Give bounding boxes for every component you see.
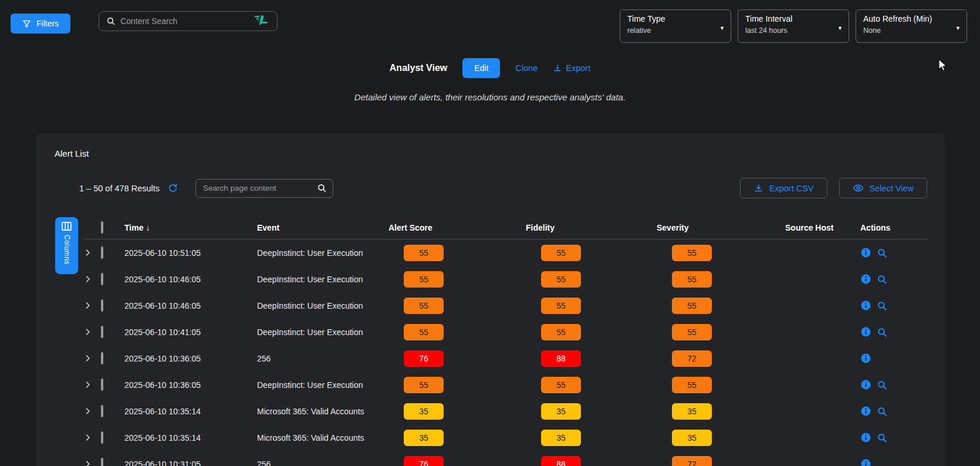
- row-actions: [860, 273, 927, 285]
- row-actions: [860, 379, 927, 390]
- select-all-checkbox[interactable]: [101, 221, 103, 234]
- refresh-button[interactable]: [168, 183, 178, 193]
- time-cell: 2025-06-10 10:51:05: [124, 248, 257, 258]
- alert-score-badge: 55: [404, 324, 444, 340]
- column-header-time[interactable]: Time ↓: [124, 223, 257, 232]
- row-checkbox[interactable]: [101, 246, 103, 259]
- search-action-icon[interactable]: [877, 274, 887, 285]
- export-csv-label: Export CSV: [769, 184, 814, 193]
- table-row: 2025-06-10 10:46:05 DeepInstinct: User E…: [83, 292, 927, 319]
- info-action-icon[interactable]: [860, 379, 871, 390]
- table-controls-row: 1 – 50 of 478 Results Export CSV: [53, 178, 927, 198]
- table-row: 2025-06-10 10:31:05 256 76 88 72: [83, 451, 927, 466]
- download-icon: [753, 183, 763, 193]
- event-cell: Microsoft 365: Valid Accounts: [257, 433, 388, 443]
- info-action-icon[interactable]: [860, 273, 871, 285]
- export-csv-button[interactable]: Export CSV: [740, 178, 827, 198]
- table-header-row: Time ↓ Event Alert Score Fidelity Severi…: [83, 216, 927, 239]
- auto-refresh-value: None: [863, 26, 961, 35]
- row-checkbox[interactable]: [101, 299, 103, 312]
- expand-row-chevron-icon[interactable]: [83, 407, 101, 416]
- page-search-box[interactable]: [195, 179, 333, 198]
- row-checkbox[interactable]: [101, 352, 103, 364]
- expand-row-chevron-icon[interactable]: [83, 248, 101, 257]
- row-actions: [860, 458, 927, 466]
- row-checkbox[interactable]: [101, 326, 103, 338]
- time-type-dropdown[interactable]: Time Type relative ▼: [620, 9, 731, 43]
- fidelity-badge: 55: [541, 245, 581, 261]
- content-search-input[interactable]: [120, 16, 249, 26]
- severity-badge: 72: [672, 456, 712, 466]
- expand-row-chevron-icon[interactable]: [83, 327, 101, 336]
- view-title: Analyst View: [390, 63, 447, 73]
- columns-tab[interactable]: Columns: [55, 217, 78, 274]
- sort-descending-icon[interactable]: ↓: [146, 223, 150, 232]
- row-checkbox[interactable]: [101, 273, 103, 285]
- auto-refresh-dropdown[interactable]: Auto Refresh (Min) None ▼: [856, 9, 967, 43]
- search-icon[interactable]: [317, 183, 327, 193]
- row-checkbox[interactable]: [101, 431, 103, 444]
- expand-row-chevron-icon[interactable]: [83, 380, 101, 389]
- event-cell: DeepInstinct: User Execution: [257, 275, 388, 284]
- time-cell: 2025-06-10 10:35:14: [124, 407, 257, 416]
- time-cell: 2025-06-10 10:46:05: [124, 275, 257, 284]
- export-view-link[interactable]: Export: [553, 63, 590, 73]
- event-cell: DeepInstinct: User Execution: [257, 327, 388, 337]
- fidelity-badge: 55: [541, 324, 581, 340]
- expand-row-chevron-icon[interactable]: [83, 433, 101, 442]
- column-header-source-host[interactable]: Source Host: [785, 223, 860, 232]
- search-action-icon[interactable]: [877, 380, 887, 390]
- severity-badge: 55: [672, 298, 712, 314]
- expand-row-chevron-icon[interactable]: [83, 275, 101, 283]
- eye-icon: [853, 183, 864, 194]
- column-header-severity[interactable]: Severity: [657, 223, 785, 232]
- content-search-box[interactable]: [99, 11, 278, 31]
- alert-score-badge: 76: [404, 350, 444, 367]
- row-actions: [860, 353, 927, 364]
- column-header-alert-score[interactable]: Alert Score: [388, 223, 526, 232]
- info-action-icon[interactable]: [860, 326, 871, 337]
- page-search-input[interactable]: [203, 184, 317, 193]
- alert-score-badge: 55: [404, 271, 444, 288]
- edit-view-button[interactable]: Edit: [462, 58, 500, 78]
- info-action-icon[interactable]: [860, 432, 871, 443]
- expand-row-chevron-icon[interactable]: [83, 301, 101, 310]
- search-action-icon[interactable]: [877, 327, 887, 337]
- time-type-value: relative: [627, 26, 725, 35]
- select-view-button[interactable]: Select View: [839, 178, 928, 198]
- clone-view-link[interactable]: Clone: [515, 63, 538, 73]
- alert-score-badge: 55: [404, 377, 444, 393]
- severity-badge: 55: [672, 377, 712, 393]
- table-columns-icon: [62, 222, 72, 231]
- time-cell: 2025-06-10 10:36:05: [124, 380, 257, 390]
- severity-badge: 35: [672, 430, 712, 446]
- search-action-icon[interactable]: [877, 433, 887, 443]
- info-action-icon[interactable]: [860, 406, 871, 417]
- row-checkbox[interactable]: [101, 405, 103, 417]
- time-cell: 2025-06-10 10:46:05: [124, 301, 257, 310]
- filter-funnel-icon: [22, 19, 31, 28]
- info-action-icon[interactable]: [860, 300, 871, 311]
- search-action-icon[interactable]: [877, 248, 887, 258]
- search-action-icon[interactable]: [877, 300, 887, 311]
- time-interval-label: Time Interval: [745, 14, 843, 23]
- event-cell: DeepInstinct: User Execution: [257, 301, 388, 310]
- info-action-icon[interactable]: [860, 247, 871, 258]
- info-action-icon[interactable]: [860, 353, 871, 364]
- column-header-fidelity[interactable]: Fidelity: [526, 223, 657, 232]
- expand-row-chevron-icon[interactable]: [83, 460, 101, 466]
- filters-button[interactable]: Filters: [11, 13, 70, 33]
- time-interval-dropdown[interactable]: Time Interval last 24 hours ▼: [738, 9, 849, 43]
- row-actions: [860, 326, 927, 337]
- view-header: Analyst View Edit Clone Export: [0, 58, 980, 78]
- alert-table-zone: Columns Time ↓ Event Alert Score Fidelit…: [53, 216, 927, 466]
- time-type-label: Time Type: [627, 14, 725, 23]
- row-checkbox[interactable]: [101, 458, 103, 466]
- search-action-icon[interactable]: [877, 406, 887, 417]
- info-action-icon[interactable]: [860, 458, 871, 466]
- chevron-down-icon: ▼: [837, 25, 843, 31]
- column-header-event[interactable]: Event: [257, 223, 388, 232]
- lucene-query-logo-icon[interactable]: [254, 15, 270, 28]
- row-checkbox[interactable]: [101, 379, 103, 391]
- expand-row-chevron-icon[interactable]: [83, 354, 101, 363]
